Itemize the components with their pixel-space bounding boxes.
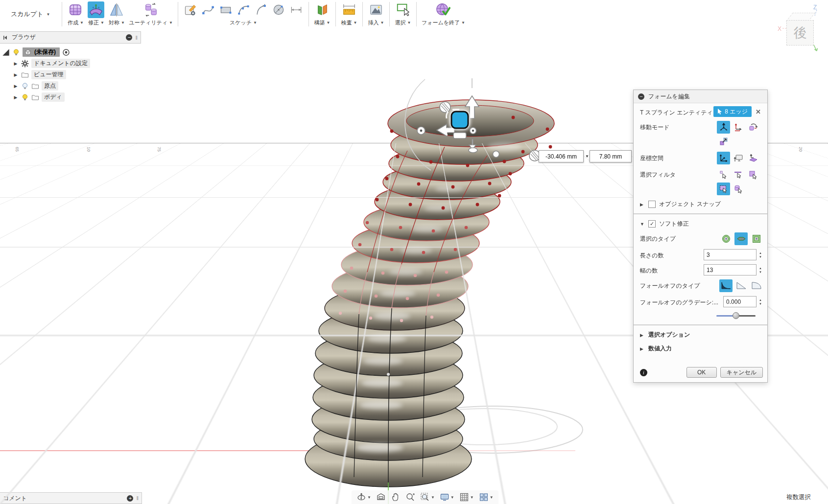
dialog-header[interactable]: − フォームを編集 (634, 90, 767, 103)
falloff-gradient-spinner[interactable]: ▲▼ (758, 298, 763, 306)
collapsed-triangle-icon[interactable]: ▶ (13, 95, 19, 100)
insert-label[interactable]: 挿入▼ (368, 19, 384, 26)
finish-form-label[interactable]: フォームを終了▼ (422, 19, 465, 26)
move-scale-button[interactable] (717, 135, 730, 148)
distance-input[interactable] (539, 150, 584, 162)
ok-button[interactable]: OK (686, 367, 717, 378)
browser-row-document-settings[interactable]: ▶ ドキュメントの設定 (2, 58, 141, 69)
dimension-button[interactable] (289, 2, 304, 17)
object-snap-checkbox[interactable] (648, 201, 656, 208)
clear-selection-button[interactable]: ✕ (754, 107, 763, 116)
collapsed-triangle-icon[interactable]: ▶ (13, 84, 19, 89)
coord-world-button[interactable] (717, 152, 730, 164)
expanded-triangle-icon[interactable]: ▼ (640, 222, 645, 227)
activate-radio-icon[interactable] (62, 48, 70, 56)
section-soft-modification[interactable]: ▼ ✓ ソフト修正 (634, 217, 767, 230)
arc-button[interactable] (236, 2, 251, 17)
tspline-body[interactable] (305, 100, 554, 487)
expanded-triangle-icon[interactable] (2, 48, 10, 56)
falloff-gradient-input[interactable] (723, 296, 757, 307)
falloff-gradient-slider[interactable] (716, 312, 756, 319)
collapsed-triangle-icon[interactable]: ▶ (640, 333, 645, 338)
selection-type-chain-button[interactable] (734, 232, 748, 245)
collapsed-triangle-icon[interactable]: ▶ (640, 346, 645, 351)
section-selection-options[interactable]: ▶ 選択オプション (634, 328, 767, 342)
document-root-item[interactable]: (未保存) (23, 47, 60, 57)
selection-chip[interactable]: 8 エッジ (713, 106, 752, 117)
zoom-button[interactable] (405, 492, 415, 502)
filter-edge-button[interactable] (732, 168, 745, 181)
modify-label[interactable]: 修正▼ (88, 19, 104, 26)
filter-window-button[interactable] (717, 183, 730, 195)
length-count-spinner[interactable]: ▲▼ (758, 251, 763, 259)
inspect-label[interactable]: 検査▼ (341, 19, 357, 26)
browser-root-row[interactable]: (未保存) (2, 46, 141, 58)
width-count-input[interactable] (704, 264, 757, 275)
view-cube[interactable]: 後 Z X (778, 4, 827, 55)
move-rotate-button[interactable] (746, 121, 759, 134)
browser-collapse-icon[interactable]: − (126, 34, 132, 41)
length-count-input[interactable] (704, 249, 757, 260)
create-label[interactable]: 作成▼ (68, 19, 84, 26)
soft-mod-checkbox[interactable]: ✓ (648, 220, 656, 228)
collapsed-triangle-icon[interactable]: ▶ (13, 72, 19, 77)
move-translate-button[interactable] (717, 121, 730, 134)
floating-input-offset[interactable]: ▼ (590, 150, 637, 162)
section-numeric-input[interactable]: ▶ 数値入力 (634, 342, 767, 355)
distance-dropdown-arrow[interactable]: ▼ (585, 154, 589, 159)
collapsed-triangle-icon[interactable]: ▶ (13, 61, 19, 66)
construct-button[interactable] (314, 1, 331, 18)
falloff-linear-button[interactable] (734, 279, 748, 292)
info-icon[interactable]: i (640, 369, 647, 376)
move-axis-button[interactable] (732, 121, 745, 134)
browser-row-view-management[interactable]: ▶ ビュー管理 (2, 69, 141, 80)
display-settings-button[interactable]: ▼ (440, 492, 454, 502)
comment-grip[interactable]: ‖ (136, 495, 139, 501)
viewports-button[interactable]: ▼ (479, 492, 494, 502)
falloff-smooth-button[interactable] (719, 279, 733, 292)
falloff-dome-button[interactable] (750, 279, 763, 292)
circle-button[interactable] (271, 2, 286, 17)
pan-button[interactable] (391, 492, 401, 502)
sketch-label[interactable]: スケッチ▼ (230, 19, 257, 26)
symmetry-label[interactable]: 対称▼ (109, 19, 125, 26)
comment-add-icon[interactable]: + (127, 495, 133, 502)
coord-view-button[interactable] (732, 152, 745, 164)
orbit-button[interactable]: ▼ (356, 492, 371, 502)
comment-bar[interactable]: コメント + ‖ (0, 492, 142, 504)
select-label[interactable]: 選択▼ (395, 19, 411, 26)
select-button[interactable] (395, 1, 411, 18)
workspace-selector[interactable]: スカルプト ▼ (0, 0, 59, 28)
visibility-bulb-off-icon[interactable] (21, 82, 29, 90)
collapse-pane-icon[interactable] (3, 35, 9, 41)
modify-button[interactable] (88, 1, 104, 18)
create-button[interactable] (67, 1, 84, 18)
rectangle-button[interactable] (218, 2, 233, 17)
width-count-spinner[interactable]: ▲▼ (758, 266, 763, 274)
visibility-bulb-icon[interactable] (21, 93, 29, 101)
filter-body-button[interactable] (732, 183, 745, 195)
slider-thumb[interactable] (733, 312, 739, 319)
browser-row-origin[interactable]: ▶ 原点 (2, 80, 141, 92)
filter-vertex-button[interactable] (717, 168, 730, 181)
arc2-button[interactable] (254, 2, 268, 17)
selection-type-radial-button[interactable] (719, 232, 733, 245)
offset-input[interactable] (590, 150, 632, 162)
fit-button[interactable]: ▼ (420, 492, 435, 502)
symmetry-button[interactable] (108, 1, 125, 18)
selection-type-loop-button[interactable] (750, 232, 763, 245)
finish-form-button[interactable] (435, 1, 451, 18)
browser-grip[interactable]: ‖ (135, 35, 138, 41)
utilities-button[interactable] (142, 1, 159, 18)
look-at-button[interactable] (376, 492, 386, 502)
collapsed-triangle-icon[interactable]: ▶ (640, 202, 645, 207)
inspect-button[interactable] (341, 1, 357, 18)
grid-settings-button[interactable]: ▼ (459, 492, 474, 502)
coord-local-button[interactable] (746, 152, 759, 164)
floating-input-distance[interactable]: ▼ (539, 150, 589, 162)
utilities-label[interactable]: ユーティリティ▼ (129, 19, 172, 26)
visibility-bulb-icon[interactable] (12, 48, 20, 56)
cancel-button[interactable]: キャンセル (720, 367, 763, 378)
dialog-collapse-icon[interactable]: − (638, 93, 644, 100)
insert-button[interactable] (368, 1, 384, 18)
